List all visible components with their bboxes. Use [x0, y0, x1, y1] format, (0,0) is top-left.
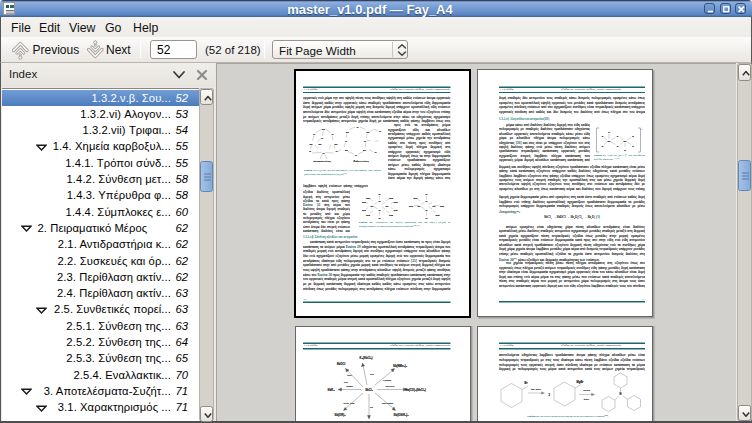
svg-text:O: O [379, 193, 381, 196]
svg-text:O: O [426, 209, 428, 212]
svg-text:O: O [379, 130, 381, 133]
svg-text:Sb: Sb [310, 143, 313, 146]
svg-text:O: O [345, 140, 347, 143]
svg-text:HO: HO [362, 209, 366, 212]
svg-text:Sb: Sb [386, 205, 389, 208]
svg-text:3: 3 [549, 392, 551, 396]
svg-text:OH: OH [440, 205, 444, 208]
svg-text:Sb: Sb [367, 131, 370, 134]
svg-text:LiNMe₂: LiNMe₂ [383, 379, 391, 381]
svg-text:Sb(NMe₂)₃: Sb(NMe₂)₃ [393, 364, 408, 368]
svg-text:Sb: Sb [345, 149, 348, 152]
svg-text:OH: OH [389, 214, 393, 217]
svg-text:Br: Br [525, 381, 528, 385]
svg-text:Mg, Et₂O: Mg, Et₂O [531, 388, 541, 391]
svg-text:F: F [602, 145, 604, 148]
svg-text:Sb(OSiR₃)₃: Sb(OSiR₃)₃ [394, 413, 410, 417]
svg-text:Sb: Sb [433, 205, 436, 208]
svg-text:Sb: Sb [371, 205, 374, 208]
svg-text:F: F [624, 149, 626, 152]
svg-text:ROH, NR₃: ROH, NR₃ [344, 401, 355, 404]
svg-text:Sb: Sb [346, 131, 349, 134]
svg-text:Sb: Sb [322, 128, 325, 131]
svg-text:SbCl₃: SbCl₃ [583, 389, 590, 392]
svg-text:F: F [617, 135, 619, 138]
svg-text:OH: OH [436, 214, 440, 217]
svg-text:Sb: Sb [624, 140, 627, 143]
svg-text:K₂(SbCl₅): K₂(SbCl₅) [360, 355, 373, 359]
svg-text:F: F [632, 145, 634, 148]
svg-text:OH: OH [389, 197, 393, 200]
svg-text:O: O [321, 137, 323, 140]
svg-text:SbCl₃: SbCl₃ [365, 387, 373, 391]
svg-text:Sb(OR)₃: Sb(OR)₃ [335, 413, 347, 417]
svg-text:OH: OH [394, 209, 398, 212]
svg-text:O: O [379, 200, 381, 203]
svg-text:O: O [426, 217, 428, 220]
svg-text:O: O [309, 150, 311, 153]
svg-text:F: F [602, 135, 604, 138]
svg-text:F: F [617, 145, 619, 148]
svg-text:NaOSiMe₃: NaOSiMe₃ [382, 401, 393, 403]
svg-text:O: O [356, 126, 358, 129]
svg-text:MgBr: MgBr [577, 380, 584, 384]
svg-text:HO: HO [409, 205, 413, 208]
svg-text:Sb: Sb [319, 143, 322, 146]
svg-text:βαλεντινίτης: βαλεντινίτης [353, 160, 369, 163]
svg-text:O: O [426, 193, 428, 196]
svg-text:SbOCl: SbOCl [337, 362, 346, 366]
svg-text:O: O [379, 209, 381, 212]
svg-text:F: F [632, 135, 634, 138]
svg-text:O: O [426, 200, 428, 203]
svg-text:OH: OH [366, 214, 370, 217]
svg-text:Sb: Sb [608, 140, 611, 143]
svg-text:SbR₃: SbR₃ [328, 387, 336, 391]
svg-text:N: N [620, 392, 622, 396]
svg-text:O: O [335, 150, 337, 153]
svg-text:O: O [374, 151, 376, 154]
svg-text:HO: HO [414, 197, 418, 200]
svg-text:F: F [608, 131, 610, 134]
svg-text:Sb: Sb [363, 149, 366, 152]
svg-text:O: O [364, 140, 366, 143]
svg-text:HCl: HCl [370, 373, 374, 375]
svg-text:Sb: Sb [335, 143, 338, 146]
svg-text:OH: OH [394, 201, 398, 204]
svg-text:O: O [322, 152, 324, 155]
svg-text:HO: HO [362, 201, 366, 204]
svg-text:Sb: Sb [418, 205, 421, 208]
svg-text:2−: 2− [641, 128, 644, 130]
svg-text:σεναρμοντίτης: σεναρμοντίτης [313, 160, 331, 163]
svg-text:Na(CO)₃(SbCl₃): Na(CO)₃(SbCl₃) [405, 387, 426, 391]
svg-text:HCl: HCl [344, 381, 348, 383]
svg-text:O: O [355, 154, 357, 157]
svg-text:OH: OH [366, 197, 370, 200]
svg-text:RMgX: RMgX [346, 385, 353, 387]
svg-text:Et₂O: Et₂O [584, 398, 589, 401]
svg-text:O: O [313, 133, 315, 136]
svg-text:Sn: Sn [370, 406, 374, 408]
svg-text:O: O [331, 133, 333, 136]
svg-text:O: O [379, 217, 381, 220]
svg-text:Na(CO)ₓ: Na(CO)ₓ [386, 385, 395, 387]
svg-text:H₂O: H₂O [347, 374, 352, 376]
